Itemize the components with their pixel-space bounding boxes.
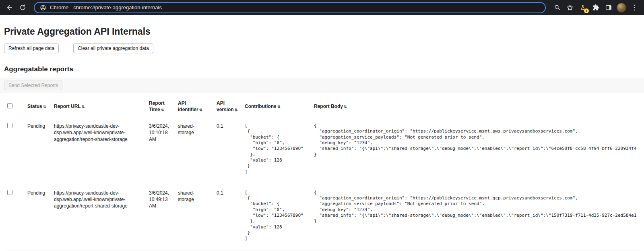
experiments-flask-icon[interactable]: 1 (577, 2, 588, 13)
header-contributions[interactable]: Contributions⇅ (242, 96, 311, 117)
cell-contributions: [ { "bucket": { "high": "0", "low": "123… (242, 117, 311, 184)
sort-icon: ⇅ (277, 105, 281, 109)
cell-status: Pending (24, 184, 51, 251)
sort-icon: ⇅ (235, 108, 238, 112)
omnibox-url-text[interactable]: chrome://private-aggregation-internals (73, 4, 162, 10)
cell-report-url: https://privacy-sandcastle-dev-dsp.web.a… (51, 117, 146, 184)
cell-report-body: { "aggregation_coordinator_origin": "htt… (311, 117, 640, 184)
table-row: Pending https://privacy-sandcastle-dev-d… (4, 117, 640, 184)
table-row: Pending https://privacy-sandcastle-dev-d… (4, 184, 640, 251)
bookmark-star-icon[interactable] (564, 2, 576, 13)
header-api-identifier[interactable]: API identifier⇅ (175, 96, 213, 117)
cell-report-time: 3/6/2024, 10:49:13 AM (146, 184, 175, 251)
profile-avatar[interactable] (616, 2, 627, 13)
sort-icon: ⇅ (82, 105, 85, 109)
header-report-body[interactable]: Report Body⇅ (311, 96, 640, 117)
browser-toolbar: Chrome chrome://private-aggregation-inte… (0, 0, 644, 15)
flask-badge-count: 1 (584, 8, 589, 13)
cell-report-url: https://privacy-sandcastle-dev-dsp.web.a… (51, 184, 146, 251)
header-status[interactable]: Status⇅ (24, 96, 51, 117)
cell-status: Pending (24, 117, 51, 184)
page-content: Private Aggregation API Internals Refres… (0, 26, 644, 251)
table-header-row: Status⇅ Report URL⇅ Report Time⇅ API ide… (4, 96, 640, 117)
header-api-version[interactable]: API version⇅ (213, 96, 242, 117)
reports-table: Status⇅ Report URL⇅ Report Time⇅ API ide… (4, 96, 640, 251)
side-panel-icon[interactable] (603, 2, 614, 13)
clear-all-button[interactable]: Clear all private aggregation data (73, 44, 153, 53)
table-actions-bar: Send Selected Reports (0, 78, 644, 93)
row-checkbox[interactable] (7, 190, 12, 195)
cell-api-version: 0.1 (213, 184, 242, 251)
address-bar[interactable]: Chrome chrome://private-aggregation-inte… (34, 2, 546, 13)
cell-contributions: [ { "bucket": { "high": "0", "low": "123… (242, 184, 311, 251)
cell-api-identifier: shared-storage (175, 184, 213, 251)
sort-icon: ⇅ (199, 108, 202, 112)
header-report-time[interactable]: Report Time⇅ (146, 96, 175, 117)
omnibox-product-label: Chrome (50, 4, 68, 10)
cell-report-body: { "aggregation_coordinator_origin": "htt… (311, 184, 640, 251)
chrome-logo-icon (39, 4, 47, 11)
back-icon[interactable] (4, 2, 15, 13)
sort-icon: ⇅ (43, 105, 46, 109)
cell-api-identifier: shared-storage (175, 117, 213, 184)
menu-kebab-icon[interactable]: ⋮ (629, 2, 640, 13)
section-title: Aggregatable reports (4, 65, 640, 73)
cell-api-version: 0.1 (213, 117, 242, 184)
select-all-checkbox[interactable] (7, 103, 12, 108)
reload-icon[interactable] (17, 2, 28, 13)
cell-report-time: 3/6/2024, 10:10:18 AM (146, 117, 175, 184)
page-title: Private Aggregation API Internals (4, 26, 640, 37)
sort-icon: ⇅ (161, 108, 164, 112)
refresh-all-button[interactable]: Refresh all page data (4, 44, 59, 53)
row-checkbox[interactable] (7, 123, 12, 128)
send-selected-button[interactable]: Send Selected Reports (4, 81, 62, 90)
zoom-icon[interactable] (551, 2, 563, 13)
header-report-url[interactable]: Report URL⇅ (51, 96, 146, 117)
extensions-puzzle-icon[interactable] (590, 2, 601, 13)
sort-icon: ⇅ (344, 105, 347, 109)
